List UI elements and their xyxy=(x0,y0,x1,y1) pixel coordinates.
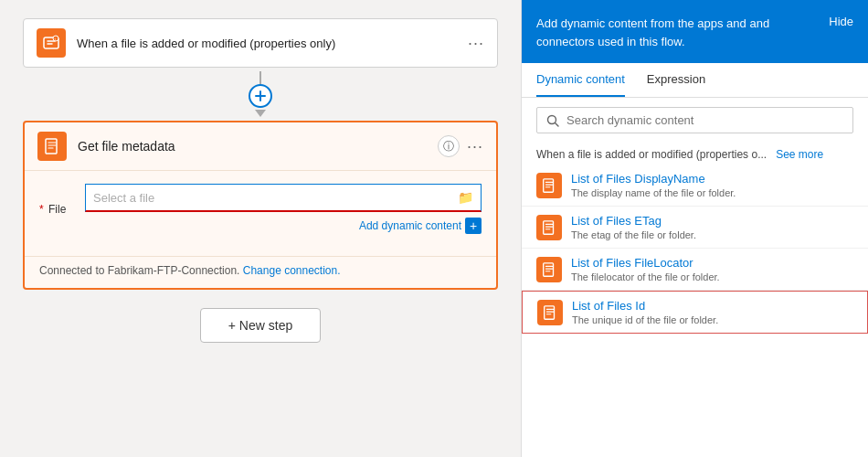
dynamic-items-list: List of Files DisplayName The display na… xyxy=(522,165,868,457)
item-icon-3 xyxy=(537,300,563,325)
item-desc-1: The etag of the file or folder. xyxy=(571,229,696,240)
item-name-3: List of Files Id xyxy=(572,299,718,313)
file-form-row: * File Select a file 📁 Add dynamic conte… xyxy=(39,184,482,234)
search-box[interactable] xyxy=(536,107,853,133)
panel-tabs: Dynamic content Expression xyxy=(522,63,868,98)
step-title: Get file metadata xyxy=(78,139,438,154)
file-input[interactable]: Select a file 📁 xyxy=(85,184,482,212)
item-icon-0 xyxy=(536,173,562,198)
right-panel: Add dynamic content from the apps and an… xyxy=(521,0,868,457)
list-item[interactable]: List of Files ETag The etag of the file … xyxy=(522,207,868,249)
section-label-text: When a file is added or modified (proper… xyxy=(536,148,767,161)
file-placeholder: Select a file xyxy=(93,191,458,205)
dynamic-content-anchor[interactable]: Add dynamic content xyxy=(359,219,461,232)
section-label: When a file is added or modified (proper… xyxy=(522,143,868,165)
panel-header-text: Add dynamic content from the apps and an… xyxy=(536,15,818,50)
see-more-link[interactable]: See more xyxy=(776,148,823,161)
step-icon xyxy=(37,132,67,161)
step-header: Get file metadata ⓘ ··· xyxy=(25,122,496,171)
info-button[interactable]: ⓘ xyxy=(438,135,460,157)
connector-line-top xyxy=(259,71,261,84)
list-item[interactable]: List of Files DisplayName The display na… xyxy=(522,165,868,207)
folder-icon: 📁 xyxy=(458,190,473,205)
list-item[interactable]: List of Files FileLocator The filelocato… xyxy=(522,249,868,291)
item-name-1: List of Files ETag xyxy=(571,214,696,228)
svg-rect-11 xyxy=(545,305,555,318)
svg-rect-8 xyxy=(544,178,554,191)
file-label: * File xyxy=(39,203,85,216)
connector-arrow xyxy=(255,110,266,117)
step-body: * File Select a file 📁 Add dynamic conte… xyxy=(25,171,496,256)
get-file-metadata-card[interactable]: Get file metadata ⓘ ··· * File Select a … xyxy=(23,121,498,290)
step-dots[interactable]: ··· xyxy=(467,137,483,156)
item-text-0: List of Files DisplayName The display na… xyxy=(571,172,736,198)
tab-dynamic-content[interactable]: Dynamic content xyxy=(536,63,625,97)
svg-text:!: ! xyxy=(55,37,56,42)
item-icon-1 xyxy=(536,215,562,240)
step-header-icons: ⓘ ··· xyxy=(438,135,483,157)
connection-info: Connected to Fabrikam-FTP-Connection. Ch… xyxy=(25,256,496,288)
tab-expression[interactable]: Expression xyxy=(647,63,705,97)
list-item-highlighted[interactable]: List of Files Id The unique id of the fi… xyxy=(522,291,868,334)
panel-header: Add dynamic content from the apps and an… xyxy=(522,0,868,63)
trigger-card[interactable]: ! When a file is added or modified (prop… xyxy=(23,18,498,68)
svg-rect-5 xyxy=(46,139,57,154)
item-desc-0: The display name of the file or folder. xyxy=(571,187,736,198)
dynamic-content-link[interactable]: Add dynamic content + xyxy=(85,218,482,234)
connector xyxy=(249,71,272,117)
connection-text: Connected to Fabrikam-FTP-Connection. xyxy=(39,264,239,277)
new-step-button[interactable]: + New step xyxy=(200,308,321,343)
svg-rect-10 xyxy=(544,262,554,275)
item-desc-2: The filelocator of the file or folder. xyxy=(571,271,720,282)
dynamic-content-plus[interactable]: + xyxy=(465,218,482,234)
svg-line-7 xyxy=(556,122,559,126)
trigger-icon: ! xyxy=(37,28,66,58)
item-icon-2 xyxy=(536,257,562,282)
item-name-2: List of Files FileLocator xyxy=(571,256,720,270)
add-step-circle[interactable] xyxy=(249,84,272,108)
hide-button[interactable]: Hide xyxy=(829,15,853,28)
trigger-title: When a file is added or modified (proper… xyxy=(77,37,468,50)
change-connection-link[interactable]: Change connection. xyxy=(243,264,341,277)
search-icon xyxy=(546,114,559,127)
item-name-0: List of Files DisplayName xyxy=(571,172,736,186)
svg-rect-9 xyxy=(544,220,554,233)
item-text-2: List of Files FileLocator The filelocato… xyxy=(571,256,720,282)
left-panel: ! When a file is added or modified (prop… xyxy=(0,0,521,457)
trigger-dots[interactable]: ··· xyxy=(468,34,484,53)
item-text-1: List of Files ETag The etag of the file … xyxy=(571,214,696,240)
item-text-3: List of Files Id The unique id of the fi… xyxy=(572,299,718,325)
item-desc-3: The unique id of the file or folder. xyxy=(572,314,718,325)
search-input[interactable] xyxy=(566,113,843,127)
